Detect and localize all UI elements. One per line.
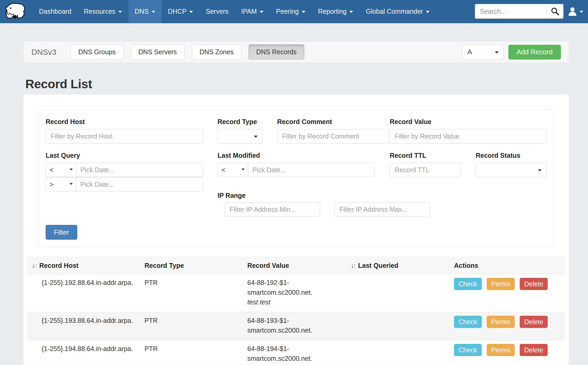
delete-button[interactable]: Delete xyxy=(520,316,548,328)
nav-item-servers[interactable]: Servers xyxy=(199,0,235,23)
ip-range-min-input[interactable] xyxy=(225,202,320,216)
nav-item-label: DNS xyxy=(135,8,149,15)
nav-item-label: Global Commander xyxy=(366,8,423,15)
cell-actions: Check Perms Delete xyxy=(454,344,565,356)
sort-icon[interactable]: ↓↑ xyxy=(351,262,355,270)
record-status-select[interactable] xyxy=(476,163,547,177)
perms-button[interactable]: Perms xyxy=(487,316,515,328)
table-header-row: ↓↑ Record Host Record Type Record Value … xyxy=(27,257,565,274)
table-row: {1-255}.194.88.64.in-addr.arpa. PTR 64-8… xyxy=(27,340,565,365)
tab-dns-records[interactable]: DNS Records xyxy=(249,45,304,60)
record-type-filter-select[interactable] xyxy=(218,129,263,144)
operator-value: < xyxy=(50,166,54,174)
search-input[interactable] xyxy=(475,4,547,19)
add-record-button[interactable]: Add Record xyxy=(508,45,561,60)
last-modified-group: < xyxy=(218,163,375,177)
check-button[interactable]: Check xyxy=(454,344,482,356)
last-query-after-date-input[interactable] xyxy=(76,177,203,191)
chevron-down-icon xyxy=(580,11,583,13)
cell-actions: Check Perms Delete xyxy=(454,278,565,290)
check-button[interactable]: Check xyxy=(454,316,482,328)
cell-record-host: {1-255}.194.88.64.in-addr.arpa. xyxy=(27,344,144,354)
user-menu[interactable] xyxy=(563,7,588,16)
nav-item-resources[interactable]: Resources xyxy=(78,0,128,23)
nav-item-label: Dashboard xyxy=(39,8,71,15)
record-value-input[interactable] xyxy=(390,129,546,144)
search-button[interactable] xyxy=(547,4,563,19)
ip-range-max-input[interactable] xyxy=(334,202,430,216)
record-comment-label: Record Comment xyxy=(277,118,332,126)
record-list-panel: Record Host Record Type Record Comment R… xyxy=(23,95,569,365)
chevron-down-icon xyxy=(242,169,245,170)
record-host-label: Record Host xyxy=(46,118,85,126)
tab-dns-servers[interactable]: DNS Servers xyxy=(131,45,185,60)
last-query-before-date-input[interactable] xyxy=(76,163,203,177)
cell-record-value: 64-88-193-$1-smartcom.sc2000.net. xyxy=(247,316,351,335)
record-table: ↓↑ Record Host Record Type Record Value … xyxy=(27,257,565,365)
last-modified-label: Last Modified xyxy=(218,152,260,159)
nav-item-label: Resources xyxy=(84,8,115,15)
cell-record-type: PTR xyxy=(144,278,247,288)
chevron-down-icon xyxy=(189,11,193,13)
last-modified-date-input[interactable] xyxy=(248,163,374,177)
nav-item-global-commander[interactable]: Global Commander xyxy=(359,0,436,23)
record-ttl-input[interactable] xyxy=(390,163,461,177)
col-record-host[interactable]: ↓↑ Record Host xyxy=(27,262,144,270)
check-button[interactable]: Check xyxy=(454,278,482,290)
nav-item-dns[interactable]: DNS xyxy=(128,0,162,23)
sort-icon[interactable]: ↓↑ xyxy=(32,262,37,270)
nav-item-dhcp[interactable]: DHCP xyxy=(162,0,200,23)
top-navbar: Dashboard Resources DNS DHCP Servers IPA… xyxy=(0,0,588,23)
cell-record-value: 64-88-192-$1-smartcom.sc2000.net. test t… xyxy=(247,278,351,307)
record-host-input[interactable] xyxy=(46,129,203,144)
ip-range-label: IP Range xyxy=(218,192,246,199)
record-value-label: Record Value xyxy=(390,118,431,126)
record-status-label: Record Status xyxy=(476,152,520,159)
last-query-before-group: < xyxy=(46,163,203,177)
cell-record-type: PTR xyxy=(144,344,247,354)
filter-submit-button[interactable]: Filter xyxy=(46,225,77,240)
last-query-op-greater-select[interactable]: > xyxy=(46,177,76,191)
search-icon xyxy=(551,7,560,16)
col-last-queried[interactable]: ↓↑ Last Queried xyxy=(351,262,454,270)
chevron-down-icon xyxy=(538,169,542,171)
record-comment-text: test test xyxy=(247,297,351,307)
last-query-after-group: > xyxy=(46,177,203,191)
cell-record-host: {1-255}.192.88.64.in-addr.arpa. xyxy=(27,278,144,288)
chevron-down-icon xyxy=(302,11,305,13)
col-record-type: Record Type xyxy=(144,262,247,269)
delete-button[interactable]: Delete xyxy=(520,344,548,356)
record-comment-input[interactable] xyxy=(277,129,389,144)
delete-button[interactable]: Delete xyxy=(520,278,548,290)
perms-button[interactable]: Perms xyxy=(487,278,515,290)
global-search xyxy=(475,4,563,19)
nav-item-dashboard[interactable]: Dashboard xyxy=(33,0,78,23)
chevron-down-icon xyxy=(495,51,499,53)
nav-item-reporting[interactable]: Reporting xyxy=(312,0,359,23)
chevron-down-icon xyxy=(254,136,258,138)
cell-record-host: {1-255}.193.88.64.in-addr.arpa. xyxy=(27,316,144,325)
cell-record-type: PTR xyxy=(144,316,247,325)
perms-button[interactable]: Perms xyxy=(487,344,515,356)
table-row: {1-255}.192.88.64.in-addr.arpa. PTR 64-8… xyxy=(27,274,565,312)
nav-item-peering[interactable]: Peering xyxy=(270,0,312,23)
chevron-down-icon xyxy=(426,11,430,13)
mammoth-logo[interactable] xyxy=(4,2,26,21)
record-type-selected-value: A xyxy=(467,48,472,56)
chevron-down-icon xyxy=(118,11,122,13)
col-actions: Actions xyxy=(454,262,565,269)
page-title: Record List xyxy=(25,77,588,91)
record-value-text: 64-88-192-$1-smartcom.sc2000.net. xyxy=(247,278,326,297)
tab-dns-groups[interactable]: DNS Groups xyxy=(71,45,123,60)
chevron-down-icon xyxy=(70,169,73,170)
nav-item-label: IPAM xyxy=(241,8,257,15)
nav-item-label: Peering xyxy=(276,8,299,15)
last-modified-op-select[interactable]: < xyxy=(218,163,248,177)
tab-dns-zones[interactable]: DNS Zones xyxy=(192,45,241,60)
cell-actions: Check Perms Delete xyxy=(454,316,565,328)
nav-item-ipam[interactable]: IPAM xyxy=(235,0,270,23)
last-query-op-less-select[interactable]: < xyxy=(46,163,76,177)
record-type-select[interactable]: A xyxy=(462,45,504,60)
nav-item-label: Servers xyxy=(206,8,228,15)
cell-record-value: 64-88-194-$1-smartcom.sc2000.net. xyxy=(247,344,351,363)
